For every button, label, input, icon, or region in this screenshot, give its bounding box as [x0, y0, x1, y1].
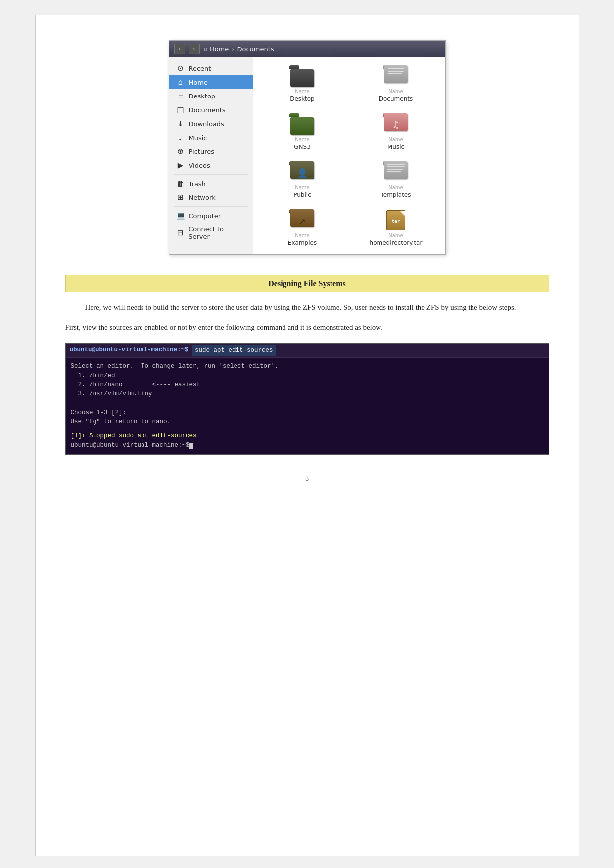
public-label: Public: [293, 192, 311, 198]
sidebar-item-network[interactable]: ⊞ Network: [169, 191, 253, 204]
terminal-prompt-line: ubuntu@ubuntu-virtual-machine:~$ sudo ap…: [66, 344, 549, 358]
sidebar-documents-label: Documents: [189, 106, 226, 114]
section-heading-box: Designing File Systems: [65, 275, 549, 292]
terminal-prompt-2: ubuntu@ubuntu-virtual-machine:~$: [71, 442, 189, 449]
sidebar-connect-label: Connect to Server: [189, 225, 245, 240]
pictures-icon: ⊛: [176, 147, 185, 156]
gns3-label: GNS3: [294, 144, 311, 150]
archive-icon: tar: [383, 209, 409, 231]
file-item-gns3[interactable]: Name GNS3: [258, 110, 347, 153]
sidebar-desktop-label: Desktop: [189, 93, 216, 100]
network-icon: ⊞: [176, 193, 185, 202]
sidebar-music-label: Music: [189, 134, 207, 142]
music-label: Music: [387, 144, 404, 150]
body-paragraph-2: First, view the sources are enabled or n…: [65, 321, 549, 334]
terminal-last-section: [1]+ Stopped sudo apt edit-sources ubunt…: [66, 431, 549, 454]
fm-body: ⊙ Recent ⌂ Home 🖥 Desktop □ Documents: [169, 57, 445, 254]
sidebar-recent-label: Recent: [189, 65, 211, 72]
terminal-prompt-1: ubuntu@ubuntu-virtual-machine:~$: [70, 345, 189, 356]
homedirectory-label: homedirectory.tar: [370, 240, 423, 246]
examples-label: Examples: [288, 240, 317, 246]
folder-icon-templates: [383, 161, 409, 183]
page-number: 5: [65, 475, 549, 482]
terminal-command-1: sudo apt edit-sources: [192, 345, 276, 356]
fm-sidebar: ⊙ Recent ⌂ Home 🖥 Desktop □ Documents: [169, 57, 253, 254]
sidebar-pictures-label: Pictures: [189, 148, 214, 155]
home-icon: ⌂: [176, 78, 185, 87]
sidebar-computer-label: Computer: [189, 212, 221, 220]
terminal-stopped-line: [1]+ Stopped sudo apt edit-sources: [71, 433, 197, 439]
screenshot-area: ‹ › ⌂ Home › Documents ⊙ Recent ⌂: [65, 40, 549, 255]
examples-sublabel: Name: [295, 233, 310, 238]
terminal-output: Select an editor. To change later, run '…: [71, 362, 544, 427]
file-item-music[interactable]: ♫ Name Music: [352, 110, 440, 153]
sidebar-item-documents[interactable]: □ Documents: [169, 103, 253, 117]
downloads-icon: ↓: [176, 119, 185, 128]
public-sublabel: Name: [295, 185, 310, 190]
file-item-documents[interactable]: Name Documents: [352, 62, 440, 105]
fm-content: Name Desktop: [253, 57, 445, 254]
sidebar-videos-label: Videos: [189, 162, 210, 169]
file-manager[interactable]: ‹ › ⌂ Home › Documents ⊙ Recent ⌂: [169, 40, 446, 255]
sidebar-separator2: [174, 206, 248, 207]
file-item-public[interactable]: 👤 Name Public: [258, 158, 347, 201]
page: ‹ › ⌂ Home › Documents ⊙ Recent ⌂: [35, 15, 579, 856]
terminal-body: Select an editor. To change later, run '…: [66, 358, 549, 431]
address-bar: ⌂ Home › Documents: [204, 46, 274, 53]
folder-icon-public: 👤: [289, 161, 315, 183]
current-path-label: Documents: [237, 46, 274, 53]
folder-icon-examples: ↗: [289, 209, 315, 231]
recent-icon: ⊙: [176, 64, 185, 73]
sidebar-home-label: Home: [189, 79, 208, 86]
file-item-desktop[interactable]: Name Desktop: [258, 62, 347, 105]
desktop-icon: 🖥: [176, 92, 185, 100]
connect-icon: ⊟: [176, 228, 185, 237]
sidebar-network-label: Network: [189, 194, 216, 201]
file-item-templates[interactable]: Name Templates: [352, 158, 440, 201]
gns3-sublabel: Name: [295, 137, 310, 142]
sidebar-item-recent[interactable]: ⊙ Recent: [169, 61, 253, 75]
section-title: Designing File Systems: [76, 279, 539, 288]
sidebar-item-videos[interactable]: ▶ Videos: [169, 158, 253, 172]
file-item-examples[interactable]: ↗ Name Examples: [258, 206, 347, 249]
templates-label: Templates: [380, 192, 411, 198]
desktop-label: Desktop: [290, 96, 315, 102]
terminal-cursor: [189, 443, 193, 449]
body-paragraph-1: Here, we will needs to build the server …: [65, 301, 549, 314]
sidebar-item-connect[interactable]: ⊟ Connect to Server: [169, 223, 253, 242]
sidebar-trash-label: Trash: [189, 180, 206, 188]
homedirectory-sublabel: Name: [388, 233, 403, 238]
videos-icon: ▶: [176, 161, 185, 170]
folder-icon-gns3: [289, 113, 315, 135]
page-number-value: 5: [305, 475, 309, 482]
path-separator: ›: [232, 46, 234, 53]
templates-sublabel: Name: [388, 185, 403, 190]
documents-label: Documents: [379, 96, 413, 102]
folder-icon-documents: [383, 65, 409, 87]
sidebar-item-computer[interactable]: 💻 Computer: [169, 209, 253, 223]
sidebar-separator: [174, 174, 248, 175]
sidebar-item-desktop[interactable]: 🖥 Desktop: [169, 89, 253, 103]
computer-icon: 💻: [176, 211, 185, 220]
sidebar-item-music[interactable]: ♩ Music: [169, 131, 253, 145]
forward-button[interactable]: ›: [189, 44, 200, 54]
file-item-homedirectory[interactable]: tar Name homedirectory.tar: [352, 206, 440, 249]
documents-sublabel: Name: [388, 89, 403, 94]
sidebar-item-downloads[interactable]: ↓ Downloads: [169, 117, 253, 131]
music-sublabel: Name: [388, 137, 403, 142]
documents-icon: □: [176, 105, 185, 114]
music-icon: ♩: [176, 133, 185, 142]
home-path-label: ⌂ Home: [204, 46, 229, 53]
sidebar-item-trash[interactable]: 🗑 Trash: [169, 177, 253, 191]
folder-icon-music: ♫: [383, 113, 409, 135]
sidebar-downloads-label: Downloads: [189, 120, 224, 128]
terminal-block: ubuntu@ubuntu-virtual-machine:~$ sudo ap…: [65, 343, 549, 455]
folder-icon-desktop: [289, 65, 315, 87]
back-button[interactable]: ‹: [174, 44, 185, 54]
fm-titlebar: ‹ › ⌂ Home › Documents: [169, 41, 445, 57]
desktop-sublabel: Name: [295, 89, 310, 94]
sidebar-item-home[interactable]: ⌂ Home: [169, 75, 253, 89]
trash-icon: 🗑: [176, 179, 185, 188]
sidebar-item-pictures[interactable]: ⊛ Pictures: [169, 145, 253, 158]
